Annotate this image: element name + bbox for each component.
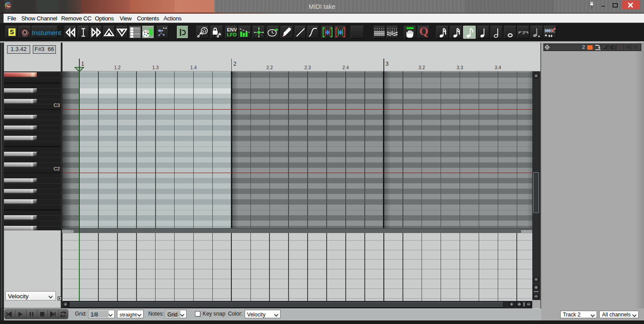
- svg-text:3: 3: [522, 30, 525, 35]
